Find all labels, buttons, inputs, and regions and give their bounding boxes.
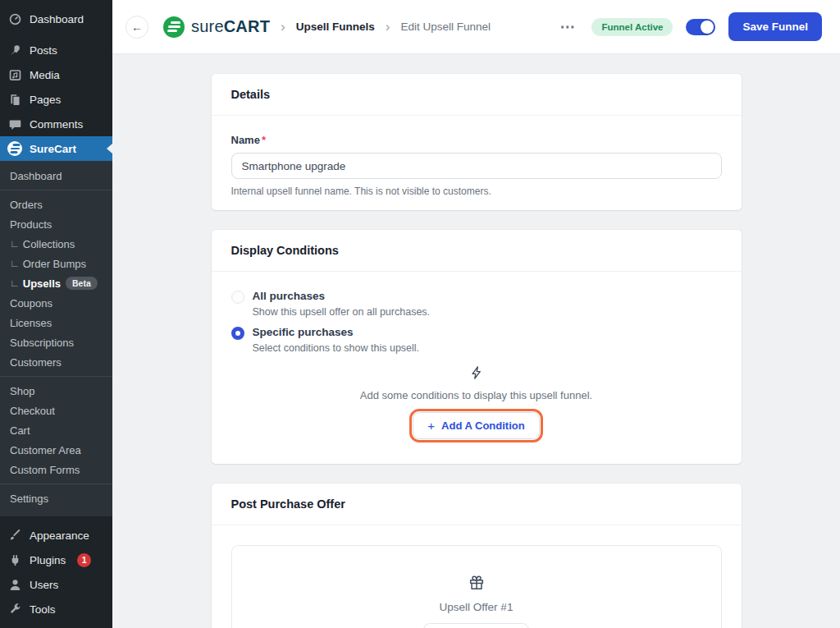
funnel-editor-header: ← sureCART › Upsell Funnels › Edit Upsel… — [112, 0, 840, 54]
option-description: Select conditions to show this upsell. — [253, 342, 420, 354]
sidebar-bottom-group: Appearance Plugins 1 Users Tools — [0, 523, 112, 621]
sidebar-item-users[interactable]: Users — [0, 572, 112, 597]
details-card-title: Details — [212, 74, 742, 116]
beta-badge: Beta — [66, 277, 98, 291]
submenu-item-customer-area[interactable]: Customer Area — [0, 440, 112, 460]
option-label: Specific purchases — [253, 326, 420, 338]
child-item-prefix: ∟ — [10, 258, 20, 269]
toggle-knob — [701, 21, 714, 34]
back-button[interactable]: ← — [126, 16, 148, 39]
sidebar-item-label: Plugins — [30, 554, 66, 566]
submenu-item-label: Subscriptions — [10, 337, 74, 349]
funnel-active-toggle[interactable] — [686, 19, 715, 35]
lightning-bolt-icon — [469, 365, 484, 383]
save-funnel-button[interactable]: Save Funnel — [728, 12, 822, 41]
radio-selected-icon[interactable] — [231, 327, 244, 340]
option-label: All purchases — [253, 290, 431, 302]
plug-icon — [7, 553, 23, 567]
submenu-item-label: Dashboard — [10, 170, 62, 182]
funnel-name-input[interactable] — [231, 153, 722, 179]
sidebar-item-label: Posts — [30, 44, 57, 57]
empty-state-text: Add some conditions to display this upse… — [231, 389, 722, 401]
upsell-offer-label: Upsell Offer #1 — [232, 601, 721, 613]
sidebar-item-tools[interactable]: Tools — [0, 597, 112, 621]
specific-purchases-option[interactable]: Specific purchases Select conditions to … — [231, 326, 722, 354]
submenu-item-dashboard[interactable]: Dashboard — [0, 166, 112, 186]
user-icon — [7, 578, 23, 592]
submenu-item-shop[interactable]: Shop — [0, 381, 112, 401]
submenu-item-label: Customers — [10, 356, 62, 369]
submenu-divider — [0, 376, 112, 377]
funnel-active-badge: Funnel Active — [591, 18, 673, 36]
dashboard-icon — [7, 12, 23, 26]
more-options-icon[interactable]: ⋯ — [556, 17, 578, 36]
display-conditions-card: Display Conditions All purchases Show th… — [212, 230, 742, 464]
submenu-item-label: Shop — [10, 385, 34, 397]
details-card: Details Name* Internal upsell funnel nam… — [212, 74, 742, 210]
details-card-body: Name* Internal upsell funnel name. This … — [212, 116, 742, 210]
submenu-item-licenses[interactable]: Licenses — [0, 313, 112, 332]
submenu-item-order-bumps[interactable]: ∟ Order Bumps — [0, 254, 112, 273]
child-item-prefix: ∟ — [10, 277, 20, 289]
sidebar-item-label: Users — [30, 579, 58, 591]
submenu-item-label: Coupons — [10, 297, 52, 309]
pages-icon — [7, 93, 23, 107]
surecart-logo: sureCART — [163, 16, 270, 38]
add-condition-button[interactable]: + Add A Condition — [413, 412, 539, 439]
add-condition-label: Add A Condition — [441, 419, 525, 432]
submenu-item-products[interactable]: Products — [0, 214, 112, 234]
sidebar-item-appearance[interactable]: Appearance — [0, 523, 112, 548]
conditions-empty-state: Add some conditions to display this upse… — [231, 365, 722, 439]
sidebar-item-dashboard[interactable]: Dashboard — [0, 7, 112, 31]
sidebar-item-posts[interactable]: Posts — [0, 38, 112, 62]
submenu-item-settings[interactable]: Settings — [0, 488, 112, 508]
upsell-offer-box: Upsell Offer #1 + Add Product — [231, 545, 722, 628]
submenu-item-upsells[interactable]: ∟ Upsells Beta — [0, 273, 112, 293]
paintbrush-icon — [7, 529, 23, 543]
gift-icon — [468, 580, 486, 594]
post-purchase-offer-card: Post Purchase Offer Upsell Offer #1 + Ad… — [212, 484, 742, 628]
sidebar-item-label: Tools — [30, 603, 56, 616]
submenu-item-label: Customer Area — [10, 444, 81, 456]
header-actions: ⋯ Funnel Active Save Funnel — [556, 12, 822, 41]
sidebar-item-label: Media — [30, 69, 60, 81]
post-purchase-offer-title: Post Purchase Offer — [212, 484, 742, 525]
submenu-item-coupons[interactable]: Coupons — [0, 293, 112, 313]
submenu-item-cart[interactable]: Cart — [0, 420, 112, 440]
sidebar-item-label: Pages — [30, 94, 61, 106]
submenu-item-label: Collections — [23, 238, 75, 250]
submenu-item-label: Cart — [10, 424, 30, 437]
option-text: Specific purchases Select conditions to … — [253, 326, 420, 354]
submenu-item-collections[interactable]: ∟ Collections — [0, 234, 112, 254]
sidebar-item-label: Dashboard — [30, 13, 84, 25]
main-area: ← sureCART › Upsell Funnels › Edit Upsel… — [112, 0, 840, 628]
sidebar-item-comments[interactable]: Comments — [0, 112, 112, 136]
wordmark-light: sure — [191, 17, 224, 35]
submenu-item-label: Order Bumps — [23, 258, 86, 270]
sidebar-item-media[interactable]: Media — [0, 62, 112, 87]
submenu-divider — [0, 190, 112, 190]
media-icon — [7, 68, 23, 82]
sidebar-item-label: SureCart — [30, 143, 76, 155]
surecart-wordmark: sureCART — [191, 17, 270, 36]
sidebar-item-pages[interactable]: Pages — [0, 87, 112, 112]
option-text: All purchases Show this upsell offer on … — [253, 290, 431, 318]
breadcrumb-upsell-funnels[interactable]: Upsell Funnels — [296, 21, 375, 33]
submenu-item-custom-forms[interactable]: Custom Forms — [0, 460, 112, 479]
breadcrumb-chevron-icon: › — [281, 19, 285, 35]
required-asterisk: * — [262, 134, 266, 146]
radio-unselected-icon[interactable] — [231, 291, 244, 304]
submenu-item-checkout[interactable]: Checkout — [0, 401, 112, 420]
sidebar-item-surecart[interactable]: SureCart — [0, 136, 112, 161]
surecart-submenu: Dashboard Orders Products ∟ Collections … — [0, 161, 112, 516]
wrench-icon — [7, 603, 23, 617]
submenu-item-orders[interactable]: Orders — [0, 195, 112, 214]
all-purchases-option[interactable]: All purchases Show this upsell offer on … — [231, 290, 722, 318]
plugins-update-count-badge: 1 — [77, 553, 91, 567]
submenu-item-subscriptions[interactable]: Subscriptions — [0, 332, 112, 352]
add-product-button[interactable]: + Add Product — [423, 623, 529, 628]
breadcrumb-current-page: Edit Upsell Funnel — [400, 21, 491, 33]
sidebar-item-plugins[interactable]: Plugins 1 — [0, 548, 112, 572]
submenu-item-customers[interactable]: Customers — [0, 352, 112, 372]
name-label-text: Name — [231, 134, 260, 146]
